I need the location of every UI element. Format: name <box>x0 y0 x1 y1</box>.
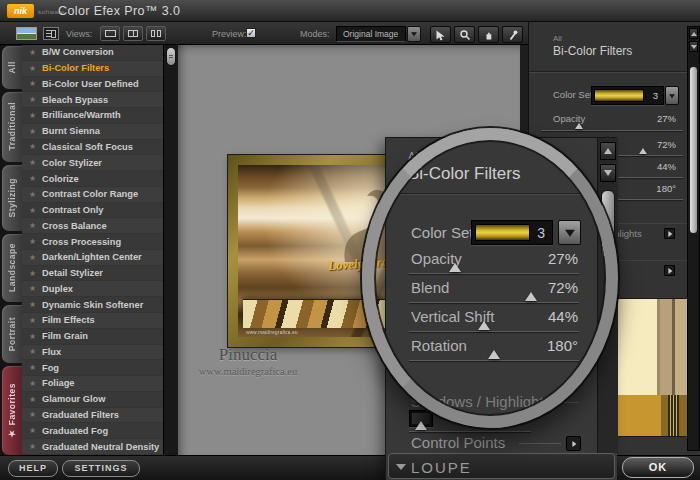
tab-landscape[interactable]: Landscape <box>2 234 22 302</box>
view-single-button[interactable] <box>100 26 120 41</box>
zoom-tool-button[interactable] <box>454 26 475 43</box>
filter-item[interactable]: ★Darken/Lighten Center <box>22 250 163 266</box>
filter-item[interactable]: ★B/W Conversion <box>22 45 163 61</box>
slider-marker[interactable] <box>575 123 583 129</box>
chevron-down-icon <box>411 32 417 36</box>
filter-item[interactable]: ★Duplex <box>22 281 163 297</box>
star-icon[interactable]: ★ <box>29 442 42 451</box>
tab-label: Traditional <box>7 102 17 150</box>
scrollbar-thumb[interactable] <box>689 66 698 234</box>
star-icon[interactable]: ★ <box>29 426 42 435</box>
color-efex-pro-window: nik software Color Efex Pro™ 3.0 Views: … <box>0 0 700 480</box>
filter-item-label: Contrast Color Range <box>42 189 138 199</box>
tab-stylizing[interactable]: Stylizing <box>2 165 22 231</box>
star-icon[interactable]: ★ <box>29 95 42 104</box>
filter-item-label: Foliage <box>42 378 75 388</box>
star-icon[interactable]: ★ <box>29 379 42 388</box>
filter-item[interactable]: ★Film Effects <box>22 313 163 329</box>
star-icon[interactable]: ★ <box>29 300 42 309</box>
help-button[interactable]: HELP <box>8 460 58 477</box>
star-icon[interactable]: ★ <box>29 410 42 419</box>
filter-item[interactable]: ★Foliage <box>22 376 163 392</box>
slider-value: 72% <box>657 139 676 150</box>
scroll-up-button[interactable] <box>689 28 698 39</box>
eyedropper-tool-button[interactable] <box>502 26 523 43</box>
star-icon[interactable]: ★ <box>29 127 42 136</box>
star-icon[interactable]: ★ <box>29 395 42 404</box>
slider-marker[interactable] <box>639 148 647 154</box>
star-icon[interactable]: ★ <box>29 347 42 356</box>
filter-item[interactable]: ★Brilliance/Warmth <box>22 108 163 124</box>
star-icon[interactable]: ★ <box>29 174 42 183</box>
star-icon[interactable]: ★ <box>29 206 42 215</box>
filter-item[interactable]: ★Flux <box>22 345 163 361</box>
filter-item[interactable]: ★Contrast Only <box>22 203 163 219</box>
star-icon[interactable]: ★ <box>29 48 42 57</box>
preview-label: Preview: <box>212 29 247 39</box>
filter-list-scrollbar[interactable] <box>163 45 178 455</box>
section-disclosure-button[interactable] <box>664 265 675 276</box>
color-set-control[interactable]: 3 <box>591 86 664 105</box>
filter-item[interactable]: ★Graduated Fog <box>22 423 163 439</box>
color-set-swatch[interactable] <box>594 89 644 102</box>
star-icon[interactable]: ★ <box>29 79 42 88</box>
loupe-header[interactable]: LOUPE <box>388 453 615 479</box>
filter-item[interactable]: ★Contrast Color Range <box>22 187 163 203</box>
star-icon[interactable]: ★ <box>29 237 42 246</box>
scroll-down-button[interactable] <box>689 41 698 52</box>
filter-item[interactable]: ★Cross Balance <box>22 218 163 234</box>
scrollbar-thumb[interactable] <box>166 47 176 66</box>
photo-thumbnail-icon[interactable] <box>16 27 37 40</box>
loupe-thumbnail[interactable] <box>616 298 689 437</box>
tab-traditional[interactable]: Traditional <box>2 92 22 162</box>
slider-track[interactable] <box>541 130 683 131</box>
filter-item[interactable]: ★Dynamic Skin Softener <box>22 297 163 313</box>
filter-item[interactable]: ★Color Stylizer <box>22 155 163 171</box>
filter-item[interactable]: ★Glamour Glow <box>22 392 163 408</box>
star-icon[interactable]: ★ <box>29 269 42 278</box>
tab-favorites[interactable]: ★ Favorites <box>2 366 22 455</box>
modes-dropdown-arrow[interactable] <box>407 26 421 42</box>
preview-checkbox[interactable]: ✓ <box>246 28 256 38</box>
filter-item[interactable]: ★Cross Processing <box>22 234 163 250</box>
layout-view-icon[interactable] <box>43 27 59 40</box>
filter-item[interactable]: ★Fog <box>22 360 163 376</box>
filter-item[interactable]: ★Classical Soft Focus <box>22 140 163 156</box>
view-split-button[interactable] <box>123 26 143 41</box>
section-disclosure-button[interactable] <box>664 228 675 239</box>
views-label: Views: <box>66 29 92 39</box>
star-icon[interactable]: ★ <box>29 111 42 120</box>
star-icon[interactable]: ★ <box>29 190 42 199</box>
filter-item-label: Bi-Color Filters <box>42 63 109 73</box>
modes-label: Modes: <box>300 29 330 39</box>
pan-tool-button[interactable] <box>478 26 499 43</box>
pointer-tool-button[interactable] <box>430 26 451 43</box>
filter-item[interactable]: ★Graduated Neutral Density <box>22 439 163 455</box>
settings-button[interactable]: SETTINGS <box>62 460 140 477</box>
star-icon[interactable]: ★ <box>29 316 42 325</box>
star-icon[interactable]: ★ <box>29 332 42 341</box>
filter-item[interactable]: ★Colorize <box>22 171 163 187</box>
star-icon[interactable]: ★ <box>29 253 42 262</box>
panel-scrollbar[interactable] <box>687 26 700 451</box>
filter-item[interactable]: ★Bleach Bypass <box>22 92 163 108</box>
star-icon[interactable]: ★ <box>29 221 42 230</box>
star-icon[interactable]: ★ <box>29 363 42 372</box>
filter-item[interactable]: ★Bi-Color Filters <box>22 61 163 77</box>
filter-item[interactable]: ★Bi-Color User Defined <box>22 77 163 93</box>
tab-portrait[interactable]: Portrait <box>2 305 22 363</box>
ok-button[interactable]: OK <box>622 457 694 478</box>
filter-item[interactable]: ★Graduated Filters <box>22 408 163 424</box>
star-icon[interactable]: ★ <box>29 158 42 167</box>
star-icon[interactable]: ★ <box>29 64 42 73</box>
view-sidebyside-button[interactable] <box>146 26 166 41</box>
divider <box>519 443 561 444</box>
filter-item[interactable]: ★Detail Stylizer <box>22 266 163 282</box>
filter-item[interactable]: ★Film Grain <box>22 329 163 345</box>
star-icon[interactable]: ★ <box>29 142 42 151</box>
color-set-dropdown[interactable] <box>665 86 679 105</box>
modes-dropdown[interactable]: Original Image <box>336 26 406 42</box>
tab-all[interactable]: All <box>2 46 22 89</box>
star-icon[interactable]: ★ <box>29 284 42 293</box>
filter-item[interactable]: ★Burnt Sienna <box>22 124 163 140</box>
